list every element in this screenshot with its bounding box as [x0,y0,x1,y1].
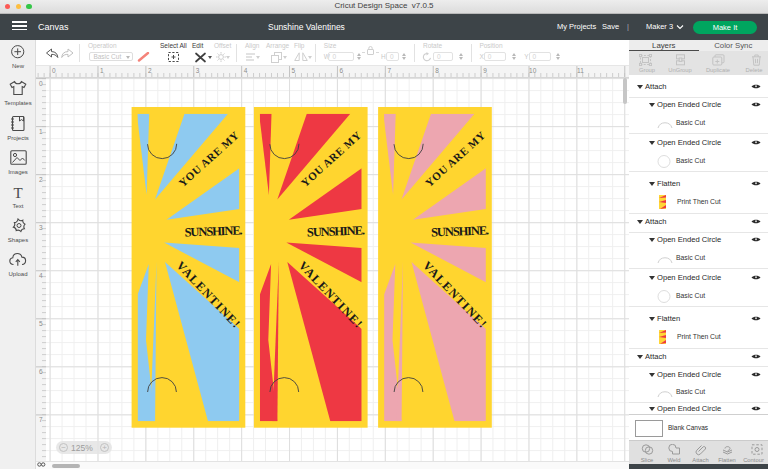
svg-text:T: T [13,185,22,201]
